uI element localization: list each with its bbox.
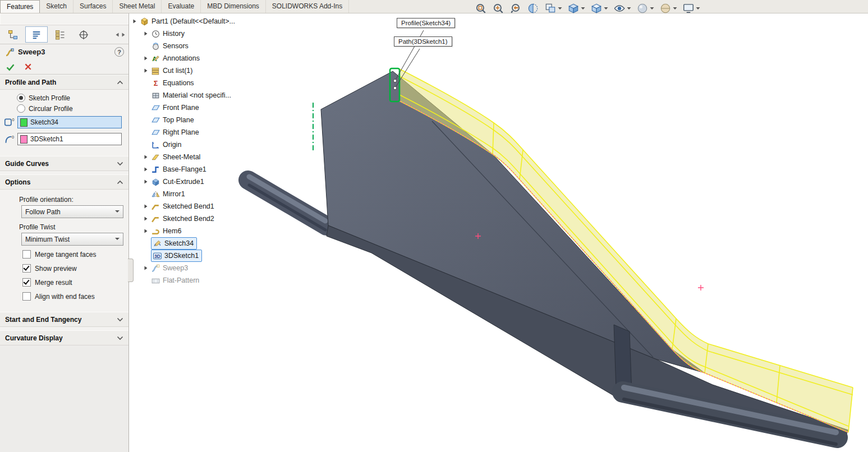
edit-appearance-button[interactable] xyxy=(636,2,655,15)
radio-button[interactable] xyxy=(17,94,25,102)
section-guide-curves[interactable]: Guide Curves xyxy=(0,156,128,171)
tree-item-sketch34[interactable]: Sketch34 xyxy=(131,237,235,250)
menu-tab-surfaces[interactable]: Surfaces xyxy=(74,0,113,13)
dynamic-annotation-views-button[interactable] xyxy=(544,2,563,15)
menu-tab-sketch[interactable]: Sketch xyxy=(40,0,74,13)
dimxpert-manager-tab[interactable] xyxy=(72,26,95,43)
expand-arrow-icon[interactable] xyxy=(131,19,137,24)
tree-item-right-plane[interactable]: Right Plane xyxy=(131,126,235,139)
radio-sketch-profile[interactable]: Sketch Profile xyxy=(0,93,128,103)
tab-nav-left-icon[interactable] xyxy=(115,33,120,37)
tree-item-front-plane[interactable]: Front Plane xyxy=(131,102,235,114)
help-icon[interactable]: ? xyxy=(114,47,124,57)
section-curvature-display[interactable]: Curvature Display xyxy=(0,330,128,345)
tree-item-sweep3[interactable]: Sweep3 xyxy=(131,262,235,274)
checkbox-show-preview[interactable]: Show preview xyxy=(0,261,128,275)
tree-item-material-not-specifi[interactable]: Material <not specifi... xyxy=(131,89,235,102)
profile-callout[interactable]: Profile(Sketch34) xyxy=(397,18,455,28)
menu-tab-solidworks-add-ins[interactable]: SOLIDWORKS Add-Ins xyxy=(266,0,349,13)
view-settings-button[interactable] xyxy=(682,2,701,15)
expand-arrow-icon[interactable] xyxy=(143,179,149,184)
apply-scene-button[interactable] xyxy=(659,2,678,15)
zoom-to-fit-button[interactable] xyxy=(474,2,488,15)
expand-arrow-icon[interactable] xyxy=(143,68,149,73)
chevron-up-icon[interactable] xyxy=(117,80,123,85)
profile-selection-field[interactable]: Sketch34 xyxy=(17,116,122,128)
tree-item-top-plane[interactable]: Top Plane xyxy=(131,114,235,126)
path-callout[interactable]: Path(3DSketch1) xyxy=(394,36,452,47)
chevron-down-icon[interactable] xyxy=(117,336,123,340)
chevron-down-icon[interactable] xyxy=(117,317,123,322)
dropdown-caret-icon[interactable] xyxy=(604,7,608,10)
tree-item-cut-extrude1[interactable]: Cut-Extrude1 xyxy=(131,176,235,188)
selected-item-box[interactable]: Sketch34 xyxy=(151,237,197,250)
tree-item-mirror1[interactable]: Mirror1 xyxy=(131,188,235,200)
menu-tab-evaluate[interactable]: Evaluate xyxy=(162,0,201,13)
selected-item-box[interactable]: 3D3DSketch1 xyxy=(151,250,202,262)
path-selection-field[interactable]: 3DSketch1 xyxy=(17,133,122,145)
zoom-to-area-button[interactable] xyxy=(492,2,505,15)
checkbox-align-with-end-faces[interactable]: Align with end faces xyxy=(0,289,128,303)
chevron-up-icon[interactable] xyxy=(117,180,123,185)
radio-button[interactable] xyxy=(17,104,25,113)
section-profile-and-path[interactable]: Profile and Path xyxy=(0,75,128,90)
tree-item-origin[interactable]: Origin xyxy=(131,139,235,151)
expand-arrow-icon[interactable] xyxy=(143,204,149,209)
configuration-manager-tab[interactable] xyxy=(49,26,71,43)
checkbox[interactable] xyxy=(22,292,31,301)
expand-arrow-icon[interactable] xyxy=(143,167,149,172)
feature-manager-tab[interactable] xyxy=(2,26,24,43)
checkbox[interactable] xyxy=(22,250,31,259)
expand-arrow-icon[interactable] xyxy=(143,229,149,233)
tab-nav-right-icon[interactable] xyxy=(121,33,126,37)
profile-orientation-dropdown[interactable]: Follow Path xyxy=(21,205,123,218)
tree-item-base-flange1[interactable]: Base-Flange1 xyxy=(131,163,235,176)
tree-item-flat-pattern[interactable]: Flat-Pattern xyxy=(131,274,235,287)
expand-arrow-icon[interactable] xyxy=(143,155,149,159)
expand-arrow-icon[interactable] xyxy=(143,216,149,221)
expand-arrow-icon[interactable] xyxy=(143,31,149,36)
checkbox-merge-tangent-faces[interactable]: Merge tangent faces xyxy=(0,247,128,261)
expand-arrow-icon[interactable] xyxy=(143,266,149,270)
checkbox[interactable] xyxy=(22,278,31,287)
expand-arrow-icon[interactable] xyxy=(143,56,149,61)
tree-item-equations[interactable]: ΣEquations xyxy=(131,77,235,89)
tree-item-cut-list-1[interactable]: Cut list(1) xyxy=(131,64,235,77)
ok-button[interactable] xyxy=(6,62,15,72)
dropdown-caret-icon[interactable] xyxy=(558,7,562,10)
tree-item-3dsketch1[interactable]: 3D3DSketch1 xyxy=(131,250,235,262)
view-orientation-button[interactable] xyxy=(567,2,586,15)
tree-item-sensors[interactable]: Sensors xyxy=(131,40,235,52)
menu-tab-sheet-metal[interactable]: Sheet Metal xyxy=(113,0,162,13)
checkbox-merge-result[interactable]: Merge result xyxy=(0,275,128,289)
menu-tab-features[interactable]: Features xyxy=(0,0,40,13)
dropdown-caret-icon[interactable] xyxy=(673,7,677,10)
tree-item-sheet-metal[interactable]: Sheet-Metal xyxy=(131,151,235,163)
tree-item-history[interactable]: History xyxy=(131,27,235,40)
section-options[interactable]: Options xyxy=(0,174,128,190)
dropdown-caret-icon[interactable] xyxy=(581,7,585,10)
section-start-end-tangency[interactable]: Start and End Tangency xyxy=(0,312,128,327)
menu-tab-mbd-dimensions[interactable]: MBD Dimensions xyxy=(201,0,266,13)
checkbox[interactable] xyxy=(22,264,31,273)
section-view-button[interactable] xyxy=(526,2,540,15)
dropdown-caret-icon[interactable] xyxy=(650,7,654,10)
dropdown-caret-icon[interactable] xyxy=(696,7,700,10)
graphics-viewport[interactable]: Part1 (Default<<Default>...HistorySensor… xyxy=(129,13,868,452)
panel-splitter-grip[interactable] xyxy=(128,259,134,282)
dropdown-caret-icon[interactable] xyxy=(627,7,631,10)
tree-item-hem6[interactable]: Hem6 xyxy=(131,225,235,237)
tree-item-label: Material <not specifi... xyxy=(163,91,231,99)
tree-item-part1-default-default[interactable]: Part1 (Default<<Default>... xyxy=(131,15,235,27)
display-style-button[interactable] xyxy=(590,2,609,15)
hide-show-items-button[interactable] xyxy=(613,2,632,15)
previous-view-button[interactable] xyxy=(509,2,522,15)
radio-circular-profile[interactable]: Circular Profile xyxy=(0,103,128,114)
tree-item-sketched-bend2[interactable]: Sketched Bend2 xyxy=(131,213,235,225)
profile-twist-dropdown[interactable]: Minimum Twist xyxy=(21,233,123,246)
cancel-button[interactable] xyxy=(24,62,33,72)
tree-item-sketched-bend1[interactable]: Sketched Bend1 xyxy=(131,200,235,213)
property-manager-tab[interactable] xyxy=(25,26,48,43)
tree-item-annotations[interactable]: AAnnotations xyxy=(131,52,235,64)
chevron-down-icon[interactable] xyxy=(117,162,123,166)
